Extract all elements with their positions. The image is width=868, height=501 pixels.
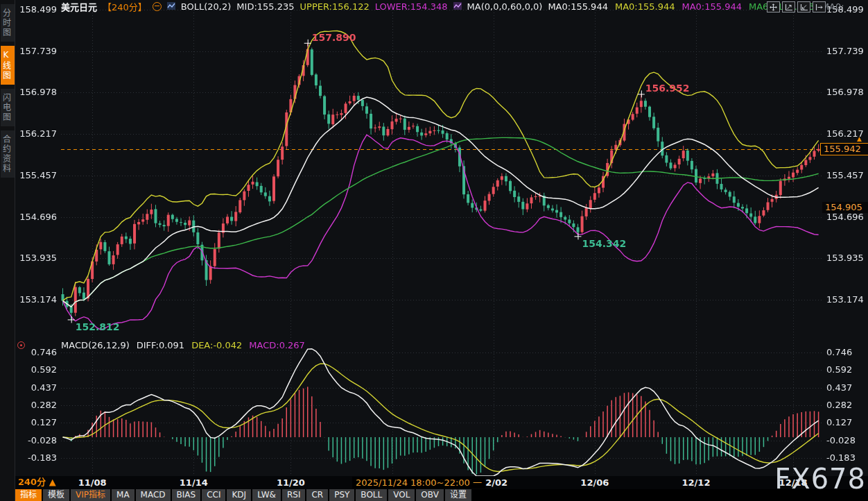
toolbar-item-RSI[interactable]: RSI	[282, 489, 306, 501]
chart-toolbar-icons	[767, 1, 826, 12]
toolbar-item-OBV[interactable]: OBV	[416, 489, 444, 501]
price-tick-left: 153.174	[19, 294, 57, 305]
macd-tick-right: -0.183	[826, 452, 856, 463]
toolbar-item-PSY[interactable]: PSY	[329, 489, 354, 501]
high-price-annotation: 156.952	[645, 83, 690, 94]
price-tick-left: 158.499	[19, 4, 57, 15]
chart-header: 美元日元 【240分】 BOLL(20,2) MID:155.235 UPPER…	[61, 1, 844, 12]
pan-right-icon[interactable]	[813, 1, 826, 12]
indicator-toolbar: 指标模板VIP指标MAMACDBIASCCIKDJLW&RSICRPSYBOLL…	[15, 489, 868, 501]
price-tick-left: 153.935	[19, 253, 57, 263]
high-price-annotation: 157.890	[312, 32, 356, 43]
sidebar-item-1[interactable]: K线图	[1, 46, 15, 85]
toolbar-item-MA[interactable]: MA	[112, 489, 134, 501]
date-tick: 11/14	[171, 477, 216, 488]
macd-label: MACD(26,12,9)	[61, 340, 130, 350]
scale-down-icon[interactable]	[797, 1, 810, 12]
boll-indicator-icon[interactable]	[167, 1, 175, 12]
toolbar-item-MACD[interactable]: MACD	[136, 489, 171, 501]
date-tick: 12/12	[674, 477, 718, 488]
price-tick-right: 153.935	[826, 253, 864, 263]
toolbar-item-模板[interactable]: 模板	[43, 489, 69, 501]
price-tick-left: 157.739	[19, 46, 57, 56]
boll-upper-value: UPPER:156.122	[300, 1, 370, 12]
macd-tick-left: 0.282	[19, 400, 57, 410]
toolbar-item-LW&[interactable]: LW&	[252, 489, 281, 501]
toolbar-item-设置[interactable]: 设置	[445, 489, 471, 501]
macd-tick-right: -0.028	[826, 435, 856, 445]
boll-lower-value: LOWER:154.348	[375, 1, 448, 12]
collapse-icon[interactable]	[153, 2, 162, 11]
period-selector[interactable]: 240分 ▲	[18, 475, 56, 488]
current-price-value: 155.942	[824, 144, 861, 154]
chart-canvas[interactable]	[0, 0, 868, 501]
macd-tick-left: -0.028	[19, 435, 57, 445]
last-price-box: 154.905	[822, 202, 868, 213]
price-tick-left: 156.978	[19, 87, 57, 97]
macd-diff-value: DIFF:0.091	[137, 340, 184, 350]
macd-tick-right: 0.282	[826, 400, 852, 410]
symbol-name: 美元日元	[61, 0, 97, 13]
scale-up-icon[interactable]	[782, 1, 795, 12]
price-tick-right: 155.457	[826, 170, 864, 180]
low-price-annotation: 154.342	[582, 238, 626, 249]
toolbar-item-KDJ[interactable]: KDJ	[227, 489, 251, 501]
toolbar-item-CCI[interactable]: CCI	[202, 489, 225, 501]
price-tick-left: 154.696	[19, 212, 57, 222]
macd-dea-value: DEA:-0.042	[191, 340, 242, 350]
trading-app-window: 分时图K线图闪电图合约资料 美元日元 【240分】 BOLL(20,2) MID…	[0, 0, 868, 501]
ma-indicator-icon[interactable]	[453, 1, 462, 12]
macd-tick-left: -0.183	[19, 452, 57, 463]
sidebar-item-2[interactable]: 闪电图	[1, 89, 15, 126]
date-tick: 11/08	[70, 477, 114, 488]
price-tick-right: 153.174	[826, 294, 864, 305]
toolbar-item-指标[interactable]: 指标	[15, 489, 42, 501]
sidebar-item-0[interactable]: 分时图	[1, 4, 15, 42]
toolbar-item-BOLL[interactable]: BOLL	[356, 489, 387, 501]
macd-tick-right: 0.437	[826, 382, 852, 393]
macd-macd-value: MACD:0.267	[249, 340, 305, 350]
macd-settings-icon[interactable]	[17, 341, 25, 349]
price-tick-left: 155.457	[19, 170, 57, 180]
move-icon[interactable]	[767, 1, 780, 12]
macd-header: MACD(26,12,9) DIFF:0.091 DEA:-0.042 MACD…	[61, 340, 305, 350]
price-tick-right: 157.739	[826, 46, 864, 56]
last-price-value: 154.905	[825, 202, 862, 212]
macd-tick-left: 0.127	[19, 417, 57, 427]
ma-value-0: MA0:155.944	[548, 1, 608, 12]
sidebar: 分时图K线图闪电图合约资料	[0, 0, 15, 501]
toolbar-item-BIAS[interactable]: BIAS	[172, 489, 201, 501]
low-price-annotation: 152.812	[76, 321, 120, 332]
ma-label: MA(0,0,0,60,0,0)	[467, 1, 543, 12]
sidebar-item-3[interactable]: 合约资料	[1, 130, 15, 178]
ma-value-1: MA0:155.944	[615, 1, 675, 12]
macd-tick-right: 0.746	[826, 347, 852, 357]
watermark: FX678	[774, 466, 866, 492]
boll-label: BOLL(20,2)	[181, 1, 232, 12]
price-tick-right: 156.978	[826, 87, 864, 97]
timeframe-tag: 【240分】	[103, 0, 147, 13]
price-arrow-icon: ▲	[857, 136, 862, 142]
bar-tooltip: 2025/11/24 18:00~22:00 一	[352, 477, 485, 489]
toolbar-item-VIP指标[interactable]: VIP指标	[71, 489, 110, 501]
macd-tick-left: 0.437	[19, 382, 57, 393]
macd-tick-right: 0.127	[826, 417, 852, 427]
toolbar-item-VOL[interactable]: VOL	[388, 489, 415, 501]
macd-tick-left: 0.592	[19, 364, 57, 375]
toolbar-item-CR[interactable]: CR	[306, 489, 328, 501]
date-tick: 11/20	[268, 477, 313, 488]
macd-tick-right: 0.592	[826, 364, 852, 375]
current-price-box: 155.942	[820, 143, 868, 155]
ma-value-2: MA0:155.944	[682, 1, 742, 12]
date-tick: 12/06	[573, 477, 617, 488]
macd-tick-left: 0.746	[19, 347, 57, 357]
price-tick-left: 156.217	[19, 128, 57, 139]
boll-mid-value: MID:155.235	[236, 1, 294, 12]
